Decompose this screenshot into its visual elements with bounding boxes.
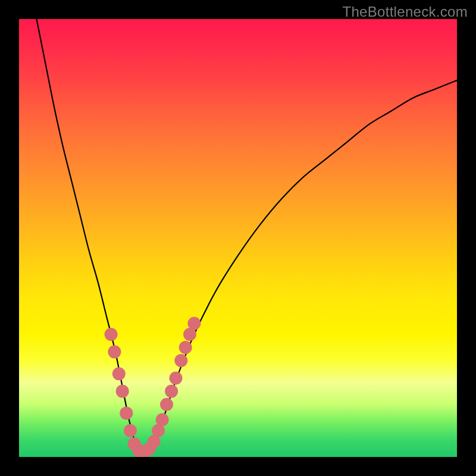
curve-marker — [160, 398, 173, 411]
curve-marker — [187, 317, 201, 330]
curve-marker — [156, 413, 169, 426]
curve-marker — [179, 341, 192, 354]
curve-marker — [169, 372, 182, 385]
curve-marker — [108, 345, 121, 358]
curve-marker — [120, 406, 133, 419]
curve-marker — [124, 424, 137, 437]
curve-marker — [112, 367, 126, 380]
bottleneck-curve — [36, 19, 457, 453]
watermark-label: TheBottleneck.com — [342, 4, 468, 20]
curve-marker — [105, 328, 118, 341]
curve-marker — [165, 385, 178, 398]
chart-svg — [19, 19, 457, 457]
curve-marker — [116, 385, 129, 398]
chart-frame: TheBottleneck.com — [0, 0, 476, 476]
curve-marker — [174, 354, 187, 367]
curve-markers — [105, 317, 201, 457]
plot-area — [19, 19, 457, 457]
